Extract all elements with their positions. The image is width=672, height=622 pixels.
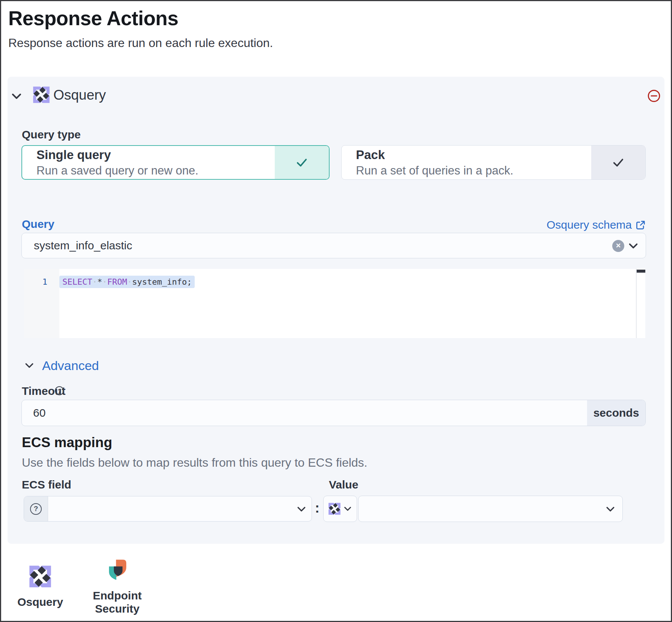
whitespace-dot: · — [102, 277, 107, 287]
add-osquery-action-button[interactable] — [29, 566, 51, 587]
editor-scrollbar-mark[interactable] — [637, 270, 645, 273]
external-link-icon — [636, 220, 646, 230]
add-endpoint-security-action-button[interactable] — [109, 560, 126, 580]
check-area — [591, 146, 645, 179]
whitespace-dot: · — [127, 277, 132, 287]
ecs-value-combobox[interactable] — [358, 496, 623, 522]
chevron-down-icon[interactable] — [628, 240, 639, 252]
ecs-field-combobox[interactable]: ? — [24, 496, 312, 522]
sql-identifier: system_info; — [132, 277, 192, 287]
timeout-input[interactable] — [22, 400, 587, 426]
endpoint-security-action-label[interactable]: Endpoint Security — [83, 589, 151, 615]
sql-operator: * — [97, 277, 102, 287]
editor-line-number: 1 — [24, 275, 47, 290]
osquery-logo-icon — [328, 503, 341, 515]
advanced-chevron-icon[interactable] — [24, 360, 35, 371]
query-type-pack-card[interactable]: Pack Run a set of queries in a pack. — [341, 145, 646, 180]
card-title: Single query — [36, 148, 198, 162]
chevron-down-icon[interactable] — [605, 504, 616, 514]
check-icon — [611, 156, 625, 169]
ecs-field-prefix: ? — [24, 496, 48, 521]
selected-code: SELECT·*·FROM·system_info; — [59, 276, 195, 288]
question-icon: ? — [30, 503, 42, 515]
timeout-help-icon[interactable]: ? — [55, 386, 64, 395]
value-type-select[interactable] — [323, 496, 357, 522]
minus-circle-icon — [647, 89, 661, 103]
timeout-field: seconds — [21, 400, 646, 426]
osquery-schema-link-label: Osquery schema — [546, 218, 632, 231]
panel-title: Osquery — [53, 87, 106, 103]
check-icon — [295, 156, 309, 169]
chevron-down-icon — [343, 504, 352, 513]
selected-check-area — [275, 146, 329, 179]
osquery-action-label[interactable]: Osquery — [11, 596, 69, 608]
editor-overview-ruler — [636, 269, 637, 338]
chevron-down-icon[interactable] — [296, 504, 307, 514]
osquery-logo-icon — [33, 86, 50, 103]
whitespace-dot: · — [92, 277, 97, 287]
clear-selection-button[interactable]: ✕ — [612, 240, 624, 252]
page-subtitle: Response actions are run on each rule ex… — [8, 36, 273, 50]
chevron-down-icon — [11, 90, 23, 102]
query-type-label: Query type — [22, 128, 81, 141]
ecs-field-label: ECS field — [22, 478, 71, 491]
advanced-toggle[interactable]: Advanced — [42, 358, 99, 373]
page-title: Response Actions — [8, 7, 178, 30]
query-label: Query — [22, 218, 54, 231]
remove-response-action-button[interactable] — [647, 89, 661, 103]
timeout-unit-suffix: seconds — [587, 400, 645, 426]
sql-keyword: SELECT — [62, 277, 92, 287]
query-type-single-query-card[interactable]: Single query Run a saved query or new on… — [21, 145, 330, 180]
saved-query-combobox[interactable]: system_info_elastic ✕ — [21, 233, 646, 258]
ecs-value-label: Value — [329, 478, 358, 491]
ecs-mapping-heading: ECS mapping — [22, 435, 112, 451]
response-actions-page: Response Actions Response actions are ru… — [0, 0, 672, 622]
mapping-separator: : — [314, 500, 320, 516]
osquery-logo-icon — [29, 566, 51, 587]
editor-code-line[interactable]: SELECT·*·FROM·system_info; — [59, 275, 195, 290]
ecs-mapping-description: Use the fields below to map results from… — [22, 456, 368, 470]
card-description: Run a set of queries in a pack. — [356, 164, 513, 177]
query-code-editor[interactable]: 1 SELECT·*·FROM·system_info; — [24, 269, 645, 338]
saved-query-value: system_info_elastic — [34, 233, 132, 258]
card-description: Run a saved query or new one. — [36, 164, 198, 177]
card-title: Pack — [356, 148, 513, 162]
sql-keyword: FROM — [107, 277, 127, 287]
accordion-toggle-button[interactable] — [11, 90, 23, 102]
endpoint-security-shield-icon — [109, 560, 126, 580]
osquery-schema-link[interactable]: Osquery schema — [546, 218, 646, 231]
